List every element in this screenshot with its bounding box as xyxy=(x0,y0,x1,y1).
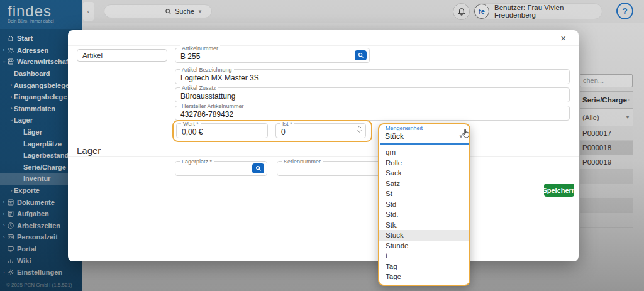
search-icon xyxy=(358,52,364,58)
dropdown-option[interactable]: Std xyxy=(379,199,469,210)
zusatz-field[interactable]: Artikel Zusatz Büroausstattung xyxy=(175,87,570,102)
dropdown-option[interactable]: St xyxy=(379,189,469,199)
field-label: Artikel Zusatz xyxy=(180,85,218,91)
lager-section-heading: Lager xyxy=(77,145,101,156)
option-label: Satz xyxy=(386,180,400,187)
option-label: St xyxy=(386,190,392,197)
dropdown-option[interactable]: Std. xyxy=(379,209,469,220)
dropdown-option[interactable]: Rolle xyxy=(379,158,469,168)
dropdown-option[interactable]: Stk. xyxy=(379,220,469,231)
option-label: Std. xyxy=(386,211,398,218)
dropdown-option[interactable]: Tag xyxy=(379,261,469,272)
field-label: Lagerplatz * xyxy=(180,158,214,165)
chevron-down-icon: ▼ xyxy=(458,134,464,140)
option-label: Sack xyxy=(386,169,402,177)
field-label: Wert * xyxy=(181,121,201,127)
divider xyxy=(68,156,579,157)
search-icon xyxy=(255,165,262,172)
option-label: t xyxy=(386,252,387,260)
mengeneinheit-combobox[interactable]: Mengeneinheit Stück ▼ qm Rolle Sack Satz… xyxy=(378,123,470,286)
chevron-down-icon xyxy=(357,130,362,133)
mengeneinheit-field[interactable]: Mengeneinheit Stück ▼ xyxy=(380,124,469,145)
number-stepper[interactable] xyxy=(357,126,362,133)
lagerplatz-search-button[interactable] xyxy=(252,163,264,173)
close-icon[interactable]: × xyxy=(560,33,566,44)
dropdown-option[interactable]: Tage xyxy=(379,272,469,282)
option-label: Stunde xyxy=(386,242,408,250)
bezeichnung-field[interactable]: Artikel Bezeichnung Logitech MX Master 3… xyxy=(175,69,570,84)
field-value: Büroausstattung xyxy=(175,88,569,101)
field-label: Ist * xyxy=(280,121,294,127)
hersteller-field[interactable]: Hersteller Artikelnummer 432786-789432 xyxy=(175,106,570,121)
divider xyxy=(68,45,579,46)
dropdown-option[interactable]: Stück xyxy=(379,230,469,241)
dropdown-option[interactable]: Sack xyxy=(379,168,469,178)
artikelnummer-search-button[interactable] xyxy=(355,50,367,60)
dropdown-option[interactable]: Stunde xyxy=(379,241,469,251)
artikel-dialog: × Artikel Artikelnummer B 255 Artikel Be… xyxy=(68,30,579,261)
field-label: Artikelnummer xyxy=(180,45,220,52)
save-button[interactable]: Speichern xyxy=(544,184,574,197)
chevron-up-icon xyxy=(357,126,362,128)
mengeneinheit-options: qm Rolle Sack Satz St Std Std. Stk. Stüc… xyxy=(379,145,469,285)
option-label: Stk. xyxy=(386,221,398,229)
field-value: Logitech MX Master 3S xyxy=(175,70,569,82)
dropdown-option[interactable]: t xyxy=(379,251,469,261)
dropdown-option[interactable]: qm xyxy=(379,147,469,158)
option-label: Tage xyxy=(386,273,401,280)
field-label: Mengeneinheit xyxy=(384,125,424,131)
option-label: Rolle xyxy=(386,159,402,167)
option-label: Tag xyxy=(386,263,397,270)
field-label: Artikel Bezeichnung xyxy=(180,67,234,73)
dropdown-option[interactable]: Satz xyxy=(379,178,469,189)
artikel-tab[interactable]: Artikel xyxy=(77,49,167,62)
wert-field[interactable]: Wert * 0,00 € xyxy=(176,123,268,138)
ist-field[interactable]: Ist * 0 xyxy=(275,123,366,138)
field-label: Hersteller Artikelnummer xyxy=(180,103,246,109)
lagerplatz-field[interactable]: Lagerplatz * xyxy=(175,161,267,176)
option-label: qm xyxy=(386,148,396,156)
option-label: Stück xyxy=(386,231,404,239)
artikelnummer-field[interactable]: Artikelnummer B 255 xyxy=(175,48,370,63)
field-label: Seriennummer xyxy=(282,158,323,165)
option-label: Std xyxy=(386,200,396,208)
